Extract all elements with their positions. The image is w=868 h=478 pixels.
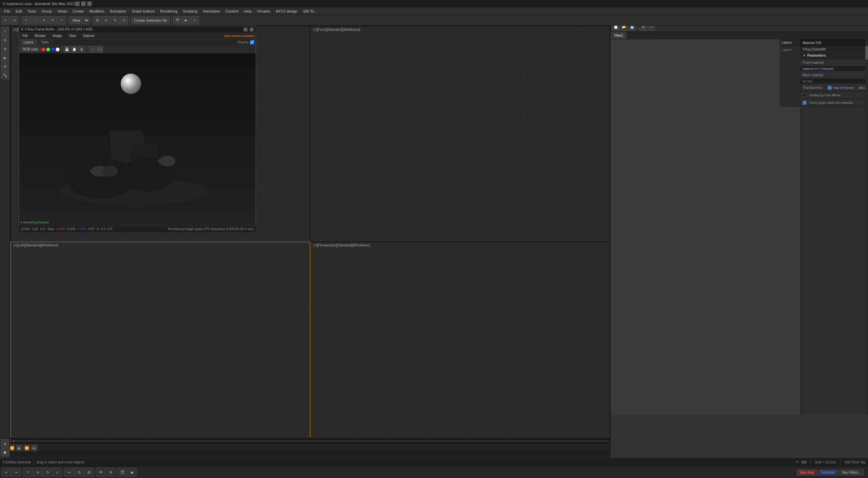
menu-graph-editors[interactable]: Graph Editors	[129, 8, 158, 14]
vray-menu-render[interactable]: Render	[33, 34, 48, 38]
vp-label-bottomleft: [+][Left][Standard][Wireframe]	[14, 243, 58, 247]
vray-rgb-btn[interactable]: RGB color	[20, 47, 41, 52]
vray-channel-a[interactable]	[56, 47, 60, 52]
viewport-topright[interactable]: [+][Front][Standard][Wireframe]	[310, 26, 610, 242]
vray-buffer-minimize[interactable]: −	[243, 27, 248, 32]
menu-create[interactable]: Create	[70, 8, 86, 14]
menu-axyz[interactable]: AXYZ design	[273, 8, 300, 14]
menu-help[interactable]: Help	[241, 8, 254, 14]
play-btn[interactable]: ▶	[16, 445, 22, 451]
menu-file[interactable]: File	[1, 8, 13, 14]
btb-array[interactable]: ⊞	[84, 467, 94, 477]
view-dropdown[interactable]: View World Local	[69, 17, 90, 24]
sidebar-modify-btn[interactable]: ⚙	[1, 36, 9, 44]
menu-tools[interactable]: Tools	[25, 8, 39, 14]
param-force-single-checkbox[interactable]	[803, 101, 807, 105]
maximize-button[interactable]: □	[81, 1, 86, 6]
vray-zoom-100-btn[interactable]: 1:1	[96, 46, 103, 53]
sidebar-create-btn[interactable]: +	[1, 27, 9, 35]
play-fwd-btn[interactable]: ⏭	[31, 445, 37, 451]
vray-tab-layers[interactable]: Layers	[20, 40, 37, 45]
layer-item-1[interactable]: Layer 0	[782, 47, 799, 52]
sidebar-utilities-btn[interactable]: 🔧	[1, 71, 9, 79]
vray-channel-b[interactable]	[51, 47, 55, 52]
btb-quick-render[interactable]: ▶	[127, 467, 137, 477]
auto-key-btn[interactable]: Auto Key	[797, 470, 817, 475]
menu-scripting[interactable]: Scripting	[180, 8, 200, 14]
menu-ornatrix[interactable]: Ornatrix	[254, 8, 273, 14]
menu-modifiers[interactable]: Modifiers	[86, 8, 107, 14]
vray-tab-stats[interactable]: Stats	[38, 40, 52, 45]
vray-menu-view[interactable]: View	[67, 34, 78, 38]
vray-menu-image[interactable]: Image	[51, 34, 64, 38]
vray-menu-file[interactable]: File	[20, 34, 30, 38]
vray-display-checkbox[interactable]	[250, 40, 254, 44]
param-multiply-checkbox[interactable]	[803, 93, 807, 97]
btb-move[interactable]: ✛	[33, 467, 42, 477]
select-region-button[interactable]: ⬚	[31, 16, 39, 24]
vray-menu-options[interactable]: Options	[81, 34, 96, 38]
close-button[interactable]: ×	[87, 1, 92, 6]
param-translucency-checkbox[interactable]	[828, 86, 832, 90]
next-frame-btn[interactable]: ⏩	[24, 445, 30, 451]
btb-render[interactable]: 🎬	[118, 467, 127, 477]
menu-interactive[interactable]: Interactive	[200, 8, 223, 14]
vray-clear-btn[interactable]: 🗑	[78, 46, 85, 53]
select-button[interactable]: ↖	[22, 16, 30, 24]
vray-save-btn[interactable]: 💾	[63, 46, 70, 53]
btb-mirror[interactable]: ⇔	[64, 467, 74, 477]
btb-hide[interactable]: 👁	[96, 467, 105, 477]
sidebar-display-btn[interactable]: 👁	[1, 62, 9, 71]
material-editor-button[interactable]: ⬡	[191, 16, 199, 24]
selected-btn[interactable]: Selected	[818, 470, 838, 475]
menu-edit[interactable]: Edit	[13, 8, 25, 14]
params-section-header[interactable]: ▼ Parameters	[801, 52, 868, 59]
snap-button[interactable]: ⊞	[93, 16, 101, 24]
btb-rotate[interactable]: ⟳	[43, 467, 52, 477]
menu-content[interactable]: Content	[223, 8, 241, 14]
rotate-button[interactable]: ⟳	[48, 16, 57, 24]
menu-views[interactable]: Views	[55, 8, 70, 14]
viewport-bottomleft[interactable]: [+][Left][Standard][Wireframe]	[11, 242, 310, 457]
menu-rendering[interactable]: Rendering	[158, 8, 180, 14]
spinner-snap-button[interactable]: ⊡	[120, 16, 128, 24]
slate-nav-view1[interactable]: View1	[611, 32, 627, 39]
btb-freeze[interactable]: ❄	[106, 467, 115, 477]
scene-light-sphere	[121, 74, 141, 94]
btb-select[interactable]: ↖	[23, 467, 33, 477]
vray-copy-btn[interactable]: 📋	[71, 46, 78, 53]
btb-scale[interactable]: ⤢	[53, 467, 62, 477]
btb-align[interactable]: ⊟	[74, 467, 84, 477]
minimize-button[interactable]: −	[75, 1, 80, 6]
scale-button[interactable]: ⤢	[57, 16, 65, 24]
vray-tb-sep2	[87, 46, 87, 53]
sidebar-hierarchy-btn[interactable]: ⊞	[1, 45, 9, 53]
move-button[interactable]: ✛	[40, 16, 48, 24]
viewport-bottomright[interactable]: [+][Perspective][Standard][Wireframe]	[310, 242, 610, 457]
menu-sinto[interactable]: SIN To...	[300, 8, 320, 14]
percent-snap-button[interactable]: %	[111, 16, 119, 24]
sidebar-motion-btn[interactable]: ▶	[1, 54, 9, 62]
vray-buffer-close[interactable]: ×	[250, 27, 254, 32]
timeline-scrubber[interactable]	[13, 440, 609, 442]
params-scrollbar[interactable]	[865, 39, 868, 415]
render-setup-button[interactable]: 🎬	[173, 16, 181, 24]
sidebar-extra-btn1[interactable]: ◈	[1, 439, 9, 447]
add-time-tag[interactable]: Add Time Tag	[845, 460, 865, 464]
sidebar-extra-btn2[interactable]: ⬟	[1, 448, 9, 456]
angle-snap-button[interactable]: ◎	[102, 16, 110, 24]
vray-channel-g[interactable]	[46, 47, 50, 52]
menu-group[interactable]: Group	[39, 8, 55, 14]
vray-channel-r[interactable]	[41, 47, 45, 52]
render-button[interactable]: ▶	[182, 16, 190, 24]
grid-label: Grid = 10.0cm	[815, 460, 836, 464]
btb-undo[interactable]: ↩	[1, 467, 11, 477]
redo-button[interactable]: ↪	[10, 16, 18, 24]
vray-zoom-fit-btn[interactable]: ⤢	[89, 46, 96, 53]
create-selection-button[interactable]: Create Selection Se	[132, 17, 170, 24]
btb-redo[interactable]: ↪	[11, 467, 21, 477]
key-filters-btn[interactable]: Key Filters...	[839, 470, 864, 475]
menu-animation[interactable]: Animation	[107, 8, 129, 14]
undo-button[interactable]: ↩	[1, 16, 9, 24]
params-scrollbar-thumb[interactable]	[865, 46, 868, 60]
